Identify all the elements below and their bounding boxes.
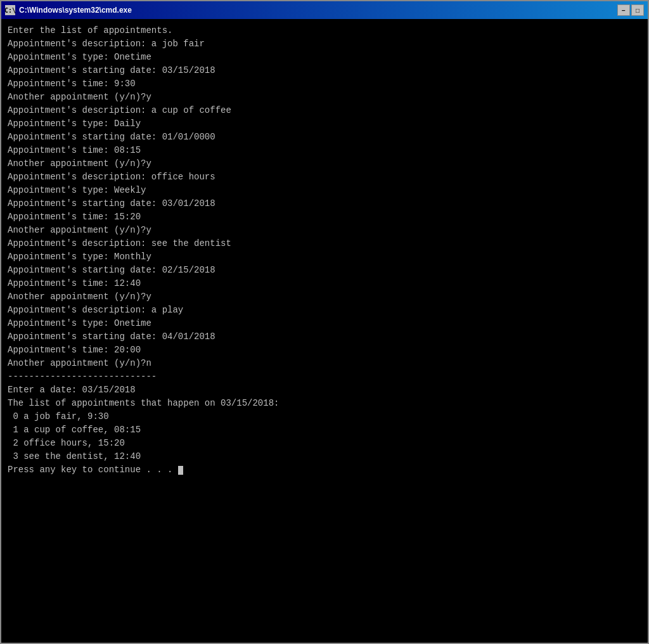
- console-line: Another appointment (y/n)?y: [8, 157, 641, 171]
- console-line: Appointment's type: Onetime: [8, 317, 641, 330]
- console-line: Press any key to continue . . .: [8, 463, 641, 477]
- minimize-button[interactable]: −: [617, 4, 630, 16]
- console-line: Appointment's time: 12:40: [8, 277, 641, 290]
- console-line: Appointment's type: Weekly: [8, 184, 641, 197]
- console-line: Enter a date: 03/15/2018: [8, 383, 641, 397]
- maximize-button[interactable]: □: [631, 4, 644, 16]
- console-line: 2 office hours, 15:20: [8, 437, 641, 450]
- console-line: Appointment's description: office hours: [8, 171, 641, 184]
- console-output: Enter the list of appointments.Appointme…: [1, 19, 648, 643]
- title-bar-left: C:\ C:\Windows\system32\cmd.exe: [5, 5, 132, 15]
- title-buttons: − □: [617, 4, 644, 16]
- console-line: Appointment's starting date: 03/15/2018: [8, 64, 641, 77]
- console-line: Appointment's description: a play: [8, 304, 641, 317]
- window-title: C:\Windows\system32\cmd.exe: [19, 6, 132, 15]
- console-line: Appointment's type: Onetime: [8, 51, 641, 64]
- console-line: Appointment's type: Daily: [8, 117, 641, 131]
- cmd-icon: C:\: [5, 5, 15, 15]
- console-line: Appointment's type: Monthly: [8, 250, 641, 264]
- title-bar: C:\ C:\Windows\system32\cmd.exe − □: [1, 1, 648, 19]
- console-line: Another appointment (y/n)?y: [8, 91, 641, 104]
- console-line: Another appointment (y/n)?n: [8, 357, 641, 370]
- console-line: Appointment's description: see the denti…: [8, 237, 641, 250]
- console-line: Appointment's description: a job fair: [8, 37, 641, 51]
- console-line: Another appointment (y/n)?y: [8, 224, 641, 237]
- console-line: 0 a job fair, 9:30: [8, 410, 641, 423]
- console-line: Enter the list of appointments.: [8, 24, 641, 37]
- console-line: Appointment's starting date: 01/01/0000: [8, 131, 641, 144]
- console-line: Appointment's time: 20:00: [8, 344, 641, 357]
- console-line: ----------------------------: [8, 370, 641, 383]
- cursor: [178, 466, 183, 475]
- console-line: Appointment's time: 08:15: [8, 144, 641, 157]
- cmd-window: C:\ C:\Windows\system32\cmd.exe − □ Ente…: [0, 0, 649, 644]
- console-line: Another appointment (y/n)?y: [8, 290, 641, 304]
- console-line: Appointment's time: 9:30: [8, 77, 641, 91]
- console-line: Appointment's description: a cup of coff…: [8, 104, 641, 117]
- console-line: Appointment's starting date: 02/15/2018: [8, 264, 641, 277]
- console-line: Appointment's starting date: 03/01/2018: [8, 197, 641, 210]
- console-line: 1 a cup of coffee, 08:15: [8, 423, 641, 437]
- console-line: 3 see the dentist, 12:40: [8, 450, 641, 463]
- console-line: The list of appointments that happen on …: [8, 397, 641, 410]
- console-line: Appointment's starting date: 04/01/2018: [8, 330, 641, 344]
- console-line: Appointment's time: 15:20: [8, 210, 641, 224]
